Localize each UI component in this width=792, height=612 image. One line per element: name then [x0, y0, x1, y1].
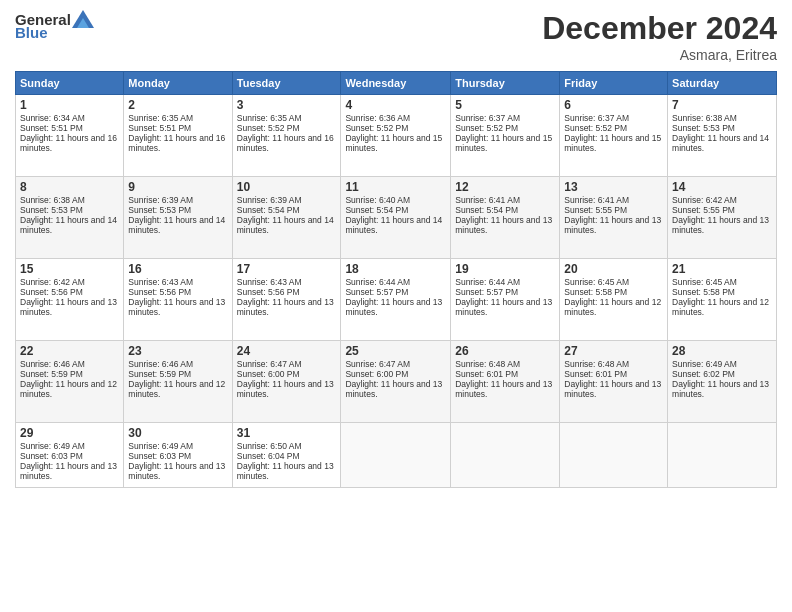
- sunrise-text: Sunrise: 6:44 AM: [455, 277, 520, 287]
- daylight-text: Daylight: 11 hours and 13 minutes.: [237, 297, 334, 317]
- calendar-cell: 6Sunrise: 6:37 AMSunset: 5:52 PMDaylight…: [560, 95, 668, 177]
- sunset-text: Sunset: 5:52 PM: [564, 123, 627, 133]
- calendar-week-row: 15Sunrise: 6:42 AMSunset: 5:56 PMDayligh…: [16, 259, 777, 341]
- daylight-text: Daylight: 11 hours and 16 minutes.: [20, 133, 117, 153]
- calendar-cell: 1Sunrise: 6:34 AMSunset: 5:51 PMDaylight…: [16, 95, 124, 177]
- sunrise-text: Sunrise: 6:37 AM: [564, 113, 629, 123]
- day-number: 17: [237, 262, 337, 276]
- sunrise-text: Sunrise: 6:39 AM: [128, 195, 193, 205]
- calendar-cell: 27Sunrise: 6:48 AMSunset: 6:01 PMDayligh…: [560, 341, 668, 423]
- sunset-text: Sunset: 5:59 PM: [128, 369, 191, 379]
- daylight-text: Daylight: 11 hours and 13 minutes.: [455, 297, 552, 317]
- sunrise-text: Sunrise: 6:40 AM: [345, 195, 410, 205]
- sunset-text: Sunset: 5:56 PM: [128, 287, 191, 297]
- daylight-text: Daylight: 11 hours and 13 minutes.: [455, 379, 552, 399]
- sunset-text: Sunset: 5:59 PM: [20, 369, 83, 379]
- day-number: 23: [128, 344, 227, 358]
- calendar-cell: 26Sunrise: 6:48 AMSunset: 6:01 PMDayligh…: [451, 341, 560, 423]
- sunrise-text: Sunrise: 6:48 AM: [564, 359, 629, 369]
- day-number: 1: [20, 98, 119, 112]
- sunrise-text: Sunrise: 6:42 AM: [672, 195, 737, 205]
- daylight-text: Daylight: 11 hours and 13 minutes.: [237, 461, 334, 481]
- calendar-cell: 4Sunrise: 6:36 AMSunset: 5:52 PMDaylight…: [341, 95, 451, 177]
- calendar-day-header: Thursday: [451, 72, 560, 95]
- daylight-text: Daylight: 11 hours and 13 minutes.: [20, 461, 117, 481]
- sunrise-text: Sunrise: 6:50 AM: [237, 441, 302, 451]
- calendar-week-row: 22Sunrise: 6:46 AMSunset: 5:59 PMDayligh…: [16, 341, 777, 423]
- calendar-day-header: Monday: [124, 72, 232, 95]
- calendar-week-row: 8Sunrise: 6:38 AMSunset: 5:53 PMDaylight…: [16, 177, 777, 259]
- calendar-cell: 17Sunrise: 6:43 AMSunset: 5:56 PMDayligh…: [232, 259, 341, 341]
- day-number: 10: [237, 180, 337, 194]
- sunset-text: Sunset: 5:52 PM: [455, 123, 518, 133]
- daylight-text: Daylight: 11 hours and 15 minutes.: [564, 133, 661, 153]
- calendar-week-row: 1Sunrise: 6:34 AMSunset: 5:51 PMDaylight…: [16, 95, 777, 177]
- day-number: 7: [672, 98, 772, 112]
- daylight-text: Daylight: 11 hours and 12 minutes.: [128, 379, 225, 399]
- calendar-cell: 12Sunrise: 6:41 AMSunset: 5:54 PMDayligh…: [451, 177, 560, 259]
- logo: General Blue: [15, 10, 94, 41]
- daylight-text: Daylight: 11 hours and 12 minutes.: [672, 297, 769, 317]
- sunrise-text: Sunrise: 6:46 AM: [20, 359, 85, 369]
- sunrise-text: Sunrise: 6:42 AM: [20, 277, 85, 287]
- daylight-text: Daylight: 11 hours and 12 minutes.: [20, 379, 117, 399]
- sunset-text: Sunset: 5:58 PM: [564, 287, 627, 297]
- day-number: 12: [455, 180, 555, 194]
- sunrise-text: Sunrise: 6:46 AM: [128, 359, 193, 369]
- day-number: 24: [237, 344, 337, 358]
- sunrise-text: Sunrise: 6:36 AM: [345, 113, 410, 123]
- daylight-text: Daylight: 11 hours and 13 minutes.: [345, 379, 442, 399]
- sunset-text: Sunset: 5:51 PM: [20, 123, 83, 133]
- sunset-text: Sunset: 6:01 PM: [455, 369, 518, 379]
- calendar-cell: 29Sunrise: 6:49 AMSunset: 6:03 PMDayligh…: [16, 423, 124, 488]
- sunrise-text: Sunrise: 6:48 AM: [455, 359, 520, 369]
- daylight-text: Daylight: 11 hours and 14 minutes.: [20, 215, 117, 235]
- sunset-text: Sunset: 5:53 PM: [20, 205, 83, 215]
- day-number: 6: [564, 98, 663, 112]
- sunset-text: Sunset: 5:57 PM: [455, 287, 518, 297]
- calendar-cell: 8Sunrise: 6:38 AMSunset: 5:53 PMDaylight…: [16, 177, 124, 259]
- day-number: 2: [128, 98, 227, 112]
- calendar-cell: 24Sunrise: 6:47 AMSunset: 6:00 PMDayligh…: [232, 341, 341, 423]
- calendar-cell: 25Sunrise: 6:47 AMSunset: 6:00 PMDayligh…: [341, 341, 451, 423]
- calendar-cell: 13Sunrise: 6:41 AMSunset: 5:55 PMDayligh…: [560, 177, 668, 259]
- sunset-text: Sunset: 5:58 PM: [672, 287, 735, 297]
- daylight-text: Daylight: 11 hours and 13 minutes.: [345, 297, 442, 317]
- calendar-cell: 7Sunrise: 6:38 AMSunset: 5:53 PMDaylight…: [668, 95, 777, 177]
- calendar-cell: 19Sunrise: 6:44 AMSunset: 5:57 PMDayligh…: [451, 259, 560, 341]
- calendar-cell: 18Sunrise: 6:44 AMSunset: 5:57 PMDayligh…: [341, 259, 451, 341]
- day-number: 13: [564, 180, 663, 194]
- day-number: 14: [672, 180, 772, 194]
- sunset-text: Sunset: 5:55 PM: [564, 205, 627, 215]
- sunrise-text: Sunrise: 6:41 AM: [455, 195, 520, 205]
- sunrise-text: Sunrise: 6:37 AM: [455, 113, 520, 123]
- day-number: 5: [455, 98, 555, 112]
- daylight-text: Daylight: 11 hours and 15 minutes.: [455, 133, 552, 153]
- day-number: 30: [128, 426, 227, 440]
- calendar-cell: 23Sunrise: 6:46 AMSunset: 5:59 PMDayligh…: [124, 341, 232, 423]
- sunrise-text: Sunrise: 6:49 AM: [672, 359, 737, 369]
- calendar-cell: 20Sunrise: 6:45 AMSunset: 5:58 PMDayligh…: [560, 259, 668, 341]
- calendar-cell: [668, 423, 777, 488]
- calendar-day-header: Friday: [560, 72, 668, 95]
- sunset-text: Sunset: 6:04 PM: [237, 451, 300, 461]
- sunset-text: Sunset: 6:03 PM: [128, 451, 191, 461]
- sunrise-text: Sunrise: 6:34 AM: [20, 113, 85, 123]
- daylight-text: Daylight: 11 hours and 13 minutes.: [672, 379, 769, 399]
- calendar-page: General Blue December 2024 Asmara, Eritr…: [0, 0, 792, 612]
- daylight-text: Daylight: 11 hours and 13 minutes.: [128, 461, 225, 481]
- daylight-text: Daylight: 11 hours and 13 minutes.: [20, 297, 117, 317]
- sunset-text: Sunset: 5:51 PM: [128, 123, 191, 133]
- calendar-cell: 31Sunrise: 6:50 AMSunset: 6:04 PMDayligh…: [232, 423, 341, 488]
- sunrise-text: Sunrise: 6:35 AM: [128, 113, 193, 123]
- calendar-day-header: Saturday: [668, 72, 777, 95]
- calendar-cell: [560, 423, 668, 488]
- sunset-text: Sunset: 6:01 PM: [564, 369, 627, 379]
- calendar-cell: 9Sunrise: 6:39 AMSunset: 5:53 PMDaylight…: [124, 177, 232, 259]
- calendar-cell: 21Sunrise: 6:45 AMSunset: 5:58 PMDayligh…: [668, 259, 777, 341]
- calendar-cell: 30Sunrise: 6:49 AMSunset: 6:03 PMDayligh…: [124, 423, 232, 488]
- day-number: 25: [345, 344, 446, 358]
- calendar-cell: 3Sunrise: 6:35 AMSunset: 5:52 PMDaylight…: [232, 95, 341, 177]
- location: Asmara, Eritrea: [542, 47, 777, 63]
- day-number: 22: [20, 344, 119, 358]
